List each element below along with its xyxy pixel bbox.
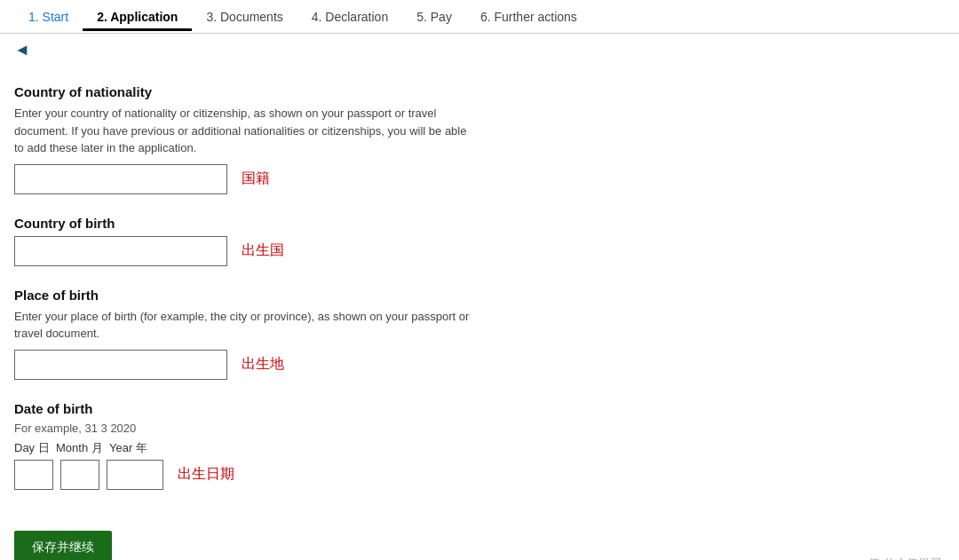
dob-month-input[interactable]: [60, 460, 99, 490]
nationality-label: Country of nationality: [14, 84, 607, 99]
date-of-birth-label: Date of birth: [14, 401, 607, 416]
dob-day-input[interactable]: [14, 460, 53, 490]
country-of-birth-input[interactable]: [14, 236, 227, 266]
dob-year-input[interactable]: [107, 460, 163, 490]
country-of-birth-chinese-label: 出生国: [242, 241, 284, 260]
save-continue-button[interactable]: 保存并继续: [14, 531, 112, 561]
tab-start[interactable]: 1. Start: [14, 3, 83, 31]
tab-application[interactable]: 2. Application: [83, 3, 192, 31]
tab-pay[interactable]: 5. Pay: [402, 3, 466, 31]
date-of-birth-section: Date of birth For example, 31 3 2020 Day…: [14, 401, 607, 490]
main-content: Country of nationality Enter your countr…: [0, 67, 622, 560]
nationality-description: Enter your country of nationality or cit…: [14, 105, 476, 157]
back-arrow[interactable]: ◄: [0, 34, 44, 67]
watermark: 值 什么值得买: [868, 556, 941, 561]
place-of-birth-section: Place of birth Enter your place of birth…: [14, 288, 607, 380]
navigation-tabs: 1. Start 2. Application 3. Documents 4. …: [0, 0, 959, 34]
dob-field-labels: Day 日 Month 月 Year 年: [14, 440, 607, 456]
country-of-birth-input-row: 出生国: [14, 236, 607, 266]
place-of-birth-input[interactable]: [14, 350, 227, 380]
dob-chinese-label: 出生日期: [178, 465, 234, 484]
day-label: Day 日: [14, 440, 56, 456]
nationality-section: Country of nationality Enter your countr…: [14, 84, 607, 194]
tab-further-actions[interactable]: 6. Further actions: [466, 3, 591, 31]
nationality-chinese-label: 国籍: [242, 170, 270, 188]
place-of-birth-input-row: 出生地: [14, 350, 607, 380]
nationality-input-row: 国籍: [14, 164, 607, 194]
year-label: Year 年: [109, 440, 147, 456]
nationality-input[interactable]: [14, 164, 227, 194]
dob-inputs: [14, 460, 163, 490]
country-of-birth-section: Country of birth 出生国: [14, 216, 607, 266]
month-label: Month 月: [56, 440, 109, 456]
tab-declaration[interactable]: 4. Declaration: [297, 3, 402, 31]
place-of-birth-label: Place of birth: [14, 288, 607, 303]
dob-inputs-row: 出生日期: [14, 460, 607, 490]
place-of-birth-description: Enter your place of birth (for example, …: [14, 308, 476, 343]
country-of-birth-label: Country of birth: [14, 216, 607, 231]
dob-example: For example, 31 3 2020: [14, 422, 607, 435]
tab-documents[interactable]: 3. Documents: [192, 3, 297, 31]
place-of-birth-chinese-label: 出生地: [242, 355, 284, 374]
